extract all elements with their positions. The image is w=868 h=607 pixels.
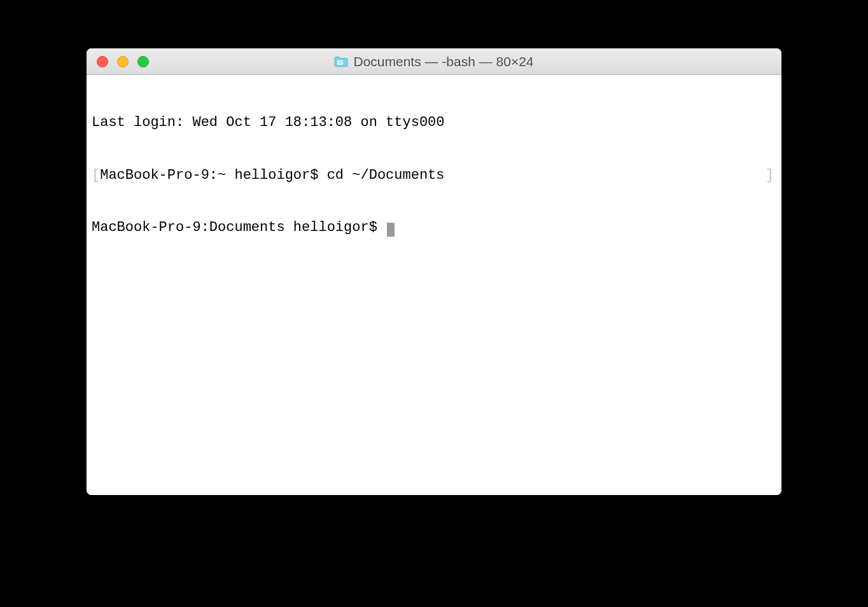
svg-rect-1 [339, 61, 342, 62]
bracket-left: [ [92, 167, 100, 185]
terminal-prompt-1: MacBook-Pro-9:~ helloigor$ [100, 167, 326, 185]
window-titlebar[interactable]: Documents — -bash — 80×24 [87, 48, 781, 75]
terminal-area[interactable]: Last login: Wed Oct 17 18:13:08 on ttys0… [87, 75, 781, 495]
terminal-prompt-2: MacBook-Pro-9:Documents helloigor$ [92, 220, 386, 235]
terminal-command-1: cd ~/Documents [327, 167, 445, 185]
traffic-lights [87, 56, 149, 67]
folder-icon [334, 56, 348, 67]
terminal-line-1: [MacBook-Pro-9:~ helloigor$ cd ~/Documen… [92, 167, 776, 185]
window-title-area: Documents — -bash — 80×24 [334, 54, 533, 69]
maximize-button[interactable] [137, 56, 149, 67]
bracket-right: ] [766, 167, 776, 185]
window-title: Documents — -bash — 80×24 [353, 54, 533, 69]
close-button[interactable] [97, 56, 108, 67]
minimize-button[interactable] [117, 56, 129, 67]
svg-rect-2 [339, 62, 342, 63]
terminal-line-last-login: Last login: Wed Oct 17 18:13:08 on ttys0… [92, 114, 776, 132]
cursor-block [387, 223, 395, 237]
terminal-window: Documents — -bash — 80×24 Last login: We… [87, 48, 781, 495]
terminal-line-2: MacBook-Pro-9:Documents helloigor$ [92, 219, 776, 237]
